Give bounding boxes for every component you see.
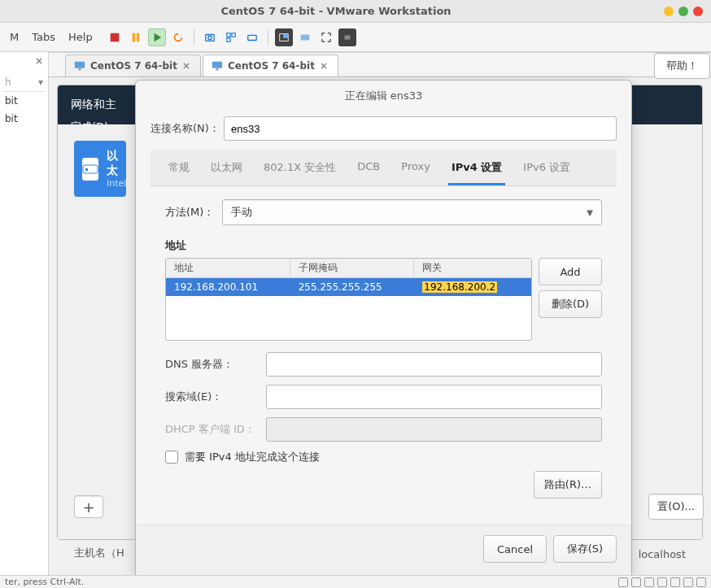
tab-ethernet[interactable]: 以太网 (207, 155, 246, 185)
search-domain-label: 搜索域(E)： (165, 390, 266, 404)
status-icon[interactable] (696, 577, 706, 587)
configure-button[interactable]: 置(O)... (648, 494, 704, 520)
connection-name-input[interactable] (224, 116, 617, 141)
dialog-notebook: 常规 以太网 802.1X 安全性 DCB Proxy IPv4 设置 IPv6… (150, 149, 617, 507)
play-icon[interactable] (148, 28, 166, 46)
vm-tabs: CentOS 7 64-bit × CentOS 7 64-bit × (49, 53, 711, 77)
library-search[interactable]: h▾ (3, 73, 45, 92)
restart-icon[interactable] (169, 28, 187, 46)
monitor-icon (74, 60, 85, 72)
dialog-footer: Cancel 保存(S) (136, 525, 631, 577)
svg-rect-18 (216, 69, 219, 71)
status-icon[interactable] (670, 577, 680, 587)
svg-rect-11 (283, 33, 288, 37)
status-icons (618, 577, 706, 587)
menu-vm[interactable]: M (5, 28, 24, 46)
method-value: 手动 (231, 205, 252, 220)
require-ipv4-label: 需要 IPv4 地址完成这个连接 (185, 450, 320, 464)
power-off-icon[interactable] (106, 28, 124, 46)
svg-rect-6 (226, 33, 229, 36)
ethernet-card[interactable]: 以太 Intel (74, 141, 126, 197)
svg-rect-12 (300, 34, 309, 40)
table-row[interactable]: 192.168.200.101 255.255.255.255 192.168.… (166, 278, 531, 296)
dhcp-client-id-input (266, 417, 602, 442)
pause-icon[interactable] (127, 28, 145, 46)
ipv4-tab-content: 方法(M)： 手动 ▼ 地址 地址 子网掩码 网关 (150, 186, 617, 507)
svg-rect-9 (247, 35, 256, 40)
search-domain-input[interactable] (266, 385, 602, 409)
menu-help[interactable]: Help (63, 28, 98, 46)
menu-tabs[interactable]: Tabs (27, 28, 60, 46)
tab-general[interactable]: 常规 (165, 155, 193, 185)
svg-rect-1 (132, 33, 135, 41)
expand-icon[interactable] (317, 28, 335, 46)
add-interface-button[interactable]: + (74, 495, 103, 518)
method-combo[interactable]: 手动 ▼ (222, 199, 602, 225)
save-button[interactable]: 保存(S) (553, 535, 617, 563)
tab-ipv4[interactable]: IPv4 设置 (448, 155, 505, 185)
network-title: 网络和主 (71, 98, 116, 112)
svg-rect-7 (232, 33, 235, 36)
svg-point-5 (207, 36, 211, 39)
svg-rect-2 (137, 33, 140, 41)
status-icon[interactable] (657, 577, 667, 587)
status-icon[interactable] (631, 577, 641, 587)
snapshot-manager-icon[interactable] (222, 28, 240, 46)
col-netmask: 子网掩码 (290, 258, 415, 278)
toolbar (106, 28, 356, 46)
cell-address[interactable]: 192.168.200.101 (166, 280, 290, 294)
panel-close-icon[interactable]: × (35, 55, 43, 67)
vm-tab[interactable]: CentOS 7 64-bit × (65, 54, 201, 76)
col-gateway: 网关 (414, 258, 531, 278)
nic-subtitle: Intel (107, 178, 126, 189)
add-button[interactable]: Add (539, 258, 602, 285)
window-controls (664, 7, 703, 16)
tab-ipv6[interactable]: IPv6 设置 (520, 155, 574, 185)
help-button[interactable]: 帮助！ (654, 53, 710, 79)
addresses-section-label: 地址 (165, 238, 602, 253)
close-button[interactable] (693, 7, 703, 16)
cell-gateway[interactable]: 192.168.200.2 (414, 280, 531, 294)
nic-icon (82, 158, 98, 181)
svg-marker-3 (154, 33, 161, 41)
vmware-titlebar: CentOS 7 64-bit - VMware Workstation (0, 0, 711, 23)
toolbar-separator (194, 29, 194, 46)
dialog-title: 正在编辑 ens33 (136, 81, 631, 111)
tab-dcb[interactable]: DCB (354, 155, 383, 185)
svg-rect-19 (83, 165, 98, 173)
connection-name-label: 连接名称(N)： (150, 121, 224, 136)
console-icon[interactable] (338, 28, 356, 46)
cancel-button[interactable]: Cancel (483, 535, 547, 563)
delete-button[interactable]: 删除(D) (539, 290, 602, 318)
fullscreen-icon[interactable] (275, 28, 293, 46)
svg-rect-14 (344, 35, 350, 39)
hostname-label: 主机名（H (74, 546, 124, 560)
status-icon[interactable] (644, 577, 654, 587)
dns-input[interactable] (266, 352, 602, 377)
tab-close-icon[interactable]: × (320, 60, 328, 72)
tree-item[interactable]: bit (3, 92, 45, 110)
nic-title: 以太 (107, 149, 126, 178)
vm-tab-label: CentOS 7 64-bit (228, 60, 315, 72)
hostname-value: localhost (639, 548, 686, 560)
unity-icon[interactable] (296, 28, 314, 46)
tab-close-icon[interactable]: × (182, 60, 190, 72)
routes-button[interactable]: 路由(R)… (534, 471, 602, 499)
disk-icon[interactable] (243, 28, 261, 46)
table-empty-area (166, 296, 531, 340)
svg-rect-15 (75, 62, 85, 68)
maximize-button[interactable] (678, 7, 688, 16)
vm-tab-active[interactable]: CentOS 7 64-bit × (203, 54, 338, 76)
status-icon[interactable] (683, 577, 693, 587)
cell-netmask[interactable]: 255.255.255.255 (290, 280, 415, 294)
tree-item[interactable]: bit (3, 110, 45, 128)
snapshot-icon[interactable] (201, 28, 219, 46)
svg-rect-16 (78, 69, 81, 71)
addresses-table[interactable]: 地址 子网掩码 网关 192.168.200.101 255.255.255.2… (165, 258, 532, 341)
minimize-button[interactable] (664, 7, 674, 16)
status-hint: ter, press Ctrl-Alt. (5, 577, 84, 587)
status-icon[interactable] (618, 577, 628, 587)
tab-8021x[interactable]: 802.1X 安全性 (260, 155, 339, 185)
require-ipv4-checkbox[interactable] (165, 451, 178, 464)
tab-proxy[interactable]: Proxy (398, 155, 434, 185)
